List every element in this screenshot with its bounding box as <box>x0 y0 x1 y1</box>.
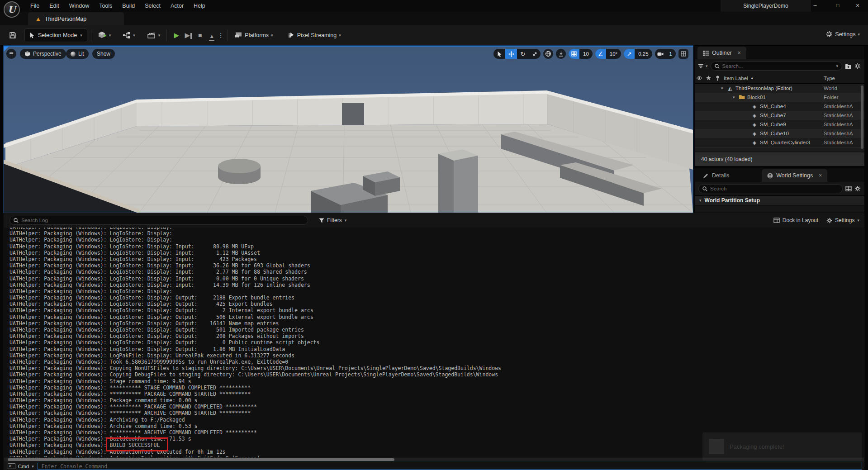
level-viewport[interactable]: ≡ Perspective Lit Show ↻ <box>4 46 693 213</box>
outliner-row[interactable]: ▾ SM_Cube7 StaticMeshA <box>695 111 864 120</box>
details-search-input[interactable] <box>710 186 839 191</box>
row-type: Folder <box>824 93 863 102</box>
menu-item[interactable]: File <box>25 0 44 12</box>
grid-snap-control[interactable]: 10 <box>569 49 593 59</box>
blueprints-dropdown[interactable]: ▾ <box>120 30 138 41</box>
menu-item[interactable]: Actor <box>166 0 189 12</box>
log-search-input[interactable] <box>21 218 304 223</box>
platforms-dropdown[interactable]: Platforms ▾ <box>232 30 275 41</box>
expand-caret-icon[interactable]: ▾ <box>733 93 738 102</box>
menu-item[interactable]: Window <box>64 0 94 12</box>
unreal-logo-icon[interactable]: U <box>4 1 20 18</box>
camera-speed-control[interactable]: 1 <box>655 49 676 59</box>
outliner-row[interactable]: ▾ SM_Cube9 StaticMeshA <box>695 120 864 129</box>
search-icon <box>715 64 720 69</box>
perspective-dropdown[interactable]: Perspective <box>20 49 66 59</box>
packaging-toast-notification[interactable]: Packaging complete! <box>702 432 862 461</box>
stop-button[interactable]: ■ <box>194 32 206 39</box>
type-column[interactable]: Type <box>824 76 835 81</box>
tab-outliner[interactable]: Outliner × <box>697 47 746 59</box>
log-filters-dropdown[interactable]: Filters ▾ <box>315 216 350 225</box>
menu-item[interactable]: Select <box>140 0 166 12</box>
scale-snap-control[interactable]: ↗ 0.25 <box>624 49 652 59</box>
rotate-tool-button[interactable]: ↻ <box>517 49 529 59</box>
rotation-snap-control[interactable]: ∠ 10° <box>595 49 621 59</box>
pin-column-icon[interactable] <box>713 76 722 81</box>
visibility-column-icon[interactable] <box>695 76 704 80</box>
outliner-row[interactable]: ▾ SM_Cube4 StaticMeshA <box>695 102 864 111</box>
outliner-search-input[interactable] <box>722 63 834 69</box>
outliner-row[interactable]: ▾ SM_Cube10 StaticMeshA <box>695 129 864 138</box>
details-settings-button[interactable] <box>854 185 861 192</box>
toolbar-settings-dropdown[interactable]: Settings ▾ <box>823 29 863 39</box>
details-searchbox[interactable] <box>698 184 843 193</box>
show-dropdown[interactable]: Show <box>92 49 115 59</box>
outliner-scrollbar[interactable] <box>861 85 863 149</box>
skip-button[interactable]: ▶ <box>182 31 194 39</box>
world-partition-setup-section[interactable]: ▾ World Partition Setup <box>695 195 864 205</box>
favorite-column-icon[interactable] <box>704 76 713 81</box>
log-line: UATHelper: Packaging (Windows): LogPakFi… <box>9 352 864 359</box>
tab-thirdpersonmap[interactable]: ▲ ThirdPersonMap <box>28 12 124 25</box>
menu-item[interactable]: Build <box>117 0 140 12</box>
close-button[interactable]: × <box>847 0 868 12</box>
move-tool-button[interactable] <box>505 49 517 59</box>
world-coordinate-button[interactable] <box>543 49 553 59</box>
minimize-button[interactable]: – <box>805 0 825 12</box>
close-icon[interactable]: × <box>738 50 741 56</box>
add-actor-dropdown[interactable]: ▾ <box>95 29 114 41</box>
outliner-row[interactable]: ▾ SM_QuarterCylinder3 StaticMeshA <box>695 138 864 147</box>
console-command-input[interactable] <box>38 463 862 470</box>
outliner-searchbox[interactable]: ▾ <box>711 62 842 71</box>
play-button[interactable]: ▶ <box>171 31 182 39</box>
viewport-options-menu-button[interactable]: ≡ <box>6 49 16 59</box>
prompt-icon: >_ <box>8 463 15 469</box>
restore-button[interactable]: □ <box>827 0 848 12</box>
log-text-area[interactable]: UATHelper: Packaging (Windows): LogIoSto… <box>4 228 864 457</box>
log-line: UATHelper: Packaging (Windows): LogIoSto… <box>9 250 864 256</box>
expand-caret-icon[interactable]: ▾ <box>721 84 726 93</box>
log-searchbox[interactable] <box>9 216 308 225</box>
title-bar: FileEditWindowToolsBuildSelectActorHelp … <box>0 0 868 12</box>
pixel-streaming-dropdown[interactable]: Pixel Streaming ▾ <box>285 30 344 41</box>
log-scrollbar-thumb[interactable] <box>8 458 394 461</box>
menu-item[interactable]: Help <box>189 0 210 12</box>
item-label-column[interactable]: Item Label ▲ <box>724 76 754 81</box>
pixel-streaming-label: Pixel Streaming <box>297 32 337 38</box>
outliner-row[interactable]: ▾ ThirdPersonMap (Editor) World <box>695 84 864 93</box>
outliner-filter-button[interactable]: ▾ <box>698 64 708 69</box>
platforms-label: Platforms <box>245 32 269 38</box>
tab-details[interactable]: Details <box>697 169 735 182</box>
outliner-settings-button[interactable] <box>854 63 861 69</box>
details-display-button[interactable] <box>845 186 852 191</box>
select-tool-button[interactable] <box>493 49 505 59</box>
viewport-scene[interactable] <box>4 47 693 213</box>
eject-button[interactable]: ▲ <box>206 32 218 39</box>
add-folder-button[interactable] <box>845 63 852 69</box>
surface-snap-button[interactable] <box>556 49 566 59</box>
tab-world-settings[interactable]: World Settings × <box>762 169 827 182</box>
move-icon <box>508 51 515 57</box>
outliner-row[interactable]: ▾ Block01 Folder <box>695 93 864 102</box>
viewport-layout-button[interactable] <box>678 49 688 59</box>
menu-item[interactable]: Edit <box>44 0 64 12</box>
dock-in-layout-button[interactable]: Dock in Layout <box>773 217 818 223</box>
outliner-row-clipped[interactable] <box>695 147 864 151</box>
lit-dropdown[interactable]: Lit <box>66 49 89 59</box>
level-tab-label: ThirdPersonMap <box>45 16 86 22</box>
log-settings-dropdown[interactable]: Settings ▾ <box>826 217 859 223</box>
selection-mode-dropdown[interactable]: Selection Mode ▾ <box>24 28 87 42</box>
scale-tool-button[interactable] <box>529 49 541 59</box>
world-partition-setup-label: World Partition Setup <box>705 197 760 204</box>
log-line: UATHelper: Packaging (Windows): ********… <box>9 391 864 397</box>
menu-item[interactable]: Tools <box>94 0 117 12</box>
row-label: SM_QuarterCylinder3 <box>760 138 810 147</box>
details-panel: Details World Settings × <box>695 168 864 213</box>
log-line: UATHelper: Packaging (Windows): LogIoSto… <box>9 314 864 320</box>
save-button[interactable] <box>6 30 19 41</box>
cinematics-dropdown[interactable]: ▾ <box>144 30 163 41</box>
close-icon[interactable]: × <box>819 172 822 179</box>
row-type-icon <box>751 102 758 111</box>
play-options-kebab-icon[interactable]: ⋮ <box>218 32 224 39</box>
cmd-dropdown[interactable]: >_ Cmd ▾ <box>4 463 38 469</box>
